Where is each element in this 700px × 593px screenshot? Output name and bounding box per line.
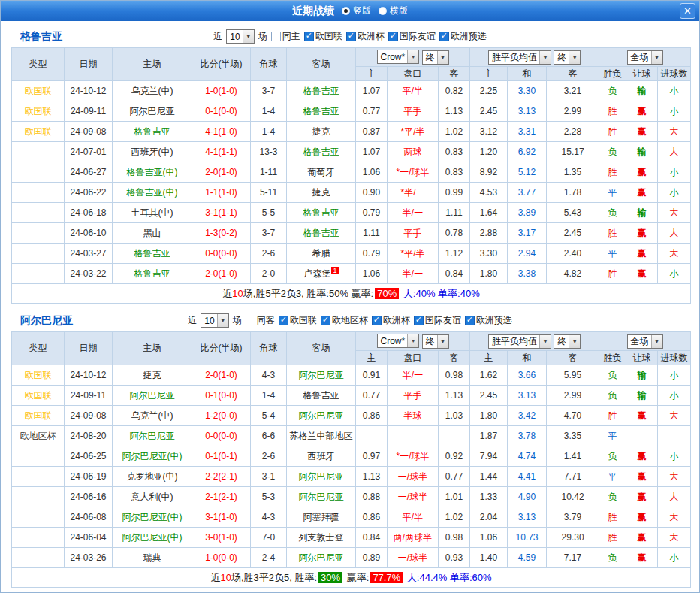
win-odds-cell: 7.94 (470, 446, 508, 467)
away-team-cell: 格鲁吉亚 (287, 386, 356, 406)
date-cell: 24-08-20 (65, 426, 113, 446)
summary-part: 77.7% (370, 572, 403, 583)
corners-cell: 3-7 (251, 81, 287, 101)
lose-odds-cell: 4.70 (547, 406, 599, 426)
odds-company-value: Crow* (381, 52, 406, 62)
odds-company-select[interactable]: Crow*▼ (377, 334, 420, 348)
draw-odds-cell: 3.89 (508, 203, 547, 223)
home-team-cell: 格鲁吉亚 (113, 244, 192, 264)
checkbox-checked-icon (279, 316, 288, 325)
scope-select-cell: 全场▼ (599, 48, 691, 67)
competition-checkbox[interactable]: 欧地区杯 (321, 314, 368, 327)
ou-result-cell: 大 (658, 467, 691, 487)
summary-row: 近10场,胜3平2负5, 胜率:30% 赢率:77.7% 大:44.4% 单率:… (12, 568, 691, 588)
wdl-final-value: 终 (557, 335, 566, 348)
score-cell: 4-1(1-0) (192, 122, 251, 142)
date-cell: 24-06-19 (65, 467, 113, 487)
ah-home-odds-cell: 0.79 (356, 244, 388, 264)
wdl-select-cell: 胜平负均值▼ 终▼ (470, 332, 599, 351)
col-header-away: 客场 (287, 332, 356, 365)
score-cell: 0-1(0-1) (192, 446, 251, 467)
win-odds-cell: 1.44 (470, 467, 508, 487)
ah-result-cell: 赢 (626, 264, 658, 284)
competition-cell: 欧洲杯 (12, 183, 65, 203)
competition-checkbox[interactable]: 国际友谊 (388, 30, 436, 43)
recent-count-select[interactable]: 10▼ (201, 313, 228, 328)
competition-checkbox[interactable]: 欧洲预选 (465, 314, 512, 327)
away-team-cell: 捷克 (287, 122, 356, 142)
checkbox-checked-icon (304, 32, 314, 41)
wdl-average-value: 胜平负均值 (492, 51, 537, 64)
result-cell: 胜 (599, 264, 626, 284)
match-row: 欧洲杯24-03-27格鲁吉亚0-0(0-0)2-6希腊0.79*平/半1.12… (12, 244, 691, 264)
col-header-date: 日期 (65, 48, 113, 81)
layout-option-label: 竖版 (353, 5, 371, 17)
match-scope-select[interactable]: 全场▼ (627, 334, 663, 349)
summary-part: 10 (221, 572, 231, 583)
score-cell: 1-3(0-2) (192, 223, 251, 244)
wdl-final-select[interactable]: 终▼ (554, 334, 581, 349)
away-team-cell: 格鲁吉亚 (287, 223, 356, 244)
ah-away-odds-cell: 1.13 (439, 386, 470, 406)
score-cell: 2-0(1-0) (192, 162, 251, 183)
col-header-odds-draw: 和 (508, 67, 547, 81)
results-rows: 欧国联24-10-12捷克2-0(1-0)4-3阿尔巴尼亚0.91半/一0.98… (12, 365, 691, 568)
odds-final-select[interactable]: 终▼ (422, 334, 449, 349)
home-team-cell: 阿尔巴尼亚(中) (113, 507, 192, 528)
checkbox-label: 欧洲预选 (476, 314, 512, 327)
result-cell: 胜 (599, 528, 626, 548)
competition-checkbox[interactable]: 欧国联 (279, 314, 317, 327)
lose-odds-cell: 15.17 (547, 142, 599, 162)
match-row: 国际友谊24-03-26瑞典1-0(0-0)2-4阿尔巴尼亚0.89一/球半0.… (12, 548, 691, 568)
wdl-final-value: 终 (557, 51, 566, 64)
lose-odds-cell: 2.99 (547, 101, 599, 122)
odds-final-select[interactable]: 终▼ (422, 50, 449, 65)
col-header-corners: 角球 (251, 332, 287, 365)
close-button[interactable]: ✕ (680, 3, 695, 19)
odds-company-select[interactable]: Crow*▼ (377, 50, 420, 64)
ou-result-cell: 大 (658, 142, 691, 162)
corners-cell: 6-6 (251, 426, 287, 446)
corners-cell: 1-4 (251, 122, 287, 142)
layout-option-horizontal[interactable]: 横版 (379, 5, 408, 17)
ah-result-cell: 赢 (626, 548, 658, 568)
ah-away-odds-cell: 1.12 (439, 244, 470, 264)
competition-checkbox[interactable]: 欧洲杯 (372, 314, 410, 327)
draw-odds-cell: 3.77 (508, 183, 547, 203)
lose-odds-cell: 2.28 (547, 122, 599, 142)
ah-home-odds-cell: 0.90 (356, 183, 388, 203)
competition-checkbox[interactable]: 欧洲杯 (346, 30, 385, 43)
same-venue-checkbox[interactable]: 同客 (246, 314, 275, 327)
date-cell: 24-06-27 (65, 162, 113, 183)
col-header-ah-result: 让球 (626, 67, 658, 81)
home-team-cell: 乌克兰(中) (113, 81, 192, 101)
competition-checkbox[interactable]: 国际友谊 (414, 314, 461, 327)
match-row: 欧国联24-09-11阿尔巴尼亚0-1(0-0)1-4格鲁吉亚0.77平手1.1… (12, 386, 691, 406)
lose-odds-cell: 1.41 (547, 446, 599, 467)
col-header-ah-home: 主 (356, 67, 388, 81)
corners-cell: 4-3 (251, 365, 287, 386)
col-header-away: 客场 (287, 48, 356, 81)
wdl-average-select[interactable]: 胜平负均值▼ (488, 334, 551, 349)
competition-checkbox[interactable]: 欧国联 (304, 30, 342, 43)
red-card-badge: 1 (331, 267, 338, 274)
checkbox-checked-icon (388, 32, 398, 41)
summary-part: 场,胜5平2负3, 胜率:50% 赢率: (243, 288, 373, 299)
away-team-cell: 阿尔巴尼亚 (287, 467, 356, 487)
away-team-cell: 列支敦士登 (287, 528, 356, 548)
match-scope-value: 全场 (631, 335, 649, 348)
match-scope-select[interactable]: 全场▼ (627, 50, 663, 65)
lose-odds-cell: 2.45 (547, 223, 599, 244)
wdl-average-select[interactable]: 胜平负均值▼ (488, 50, 551, 65)
summary-part: 大:40% 单率:40% (400, 288, 480, 299)
win-odds-cell: 1.87 (470, 426, 508, 446)
checkbox-label: 欧洲杯 (358, 30, 385, 43)
recent-count-select[interactable]: 10▼ (226, 29, 254, 44)
ah-home-odds-cell (356, 426, 388, 446)
layout-option-vertical[interactable]: 竖版 (342, 5, 371, 17)
col-header-odds-draw: 和 (508, 351, 547, 365)
same-venue-checkbox[interactable]: 同主 (271, 30, 300, 43)
wdl-final-select[interactable]: 终▼ (554, 50, 581, 65)
competition-checkbox[interactable]: 欧洲预选 (439, 30, 487, 43)
away-team-cell: 苏格兰中部地区 (287, 426, 356, 446)
